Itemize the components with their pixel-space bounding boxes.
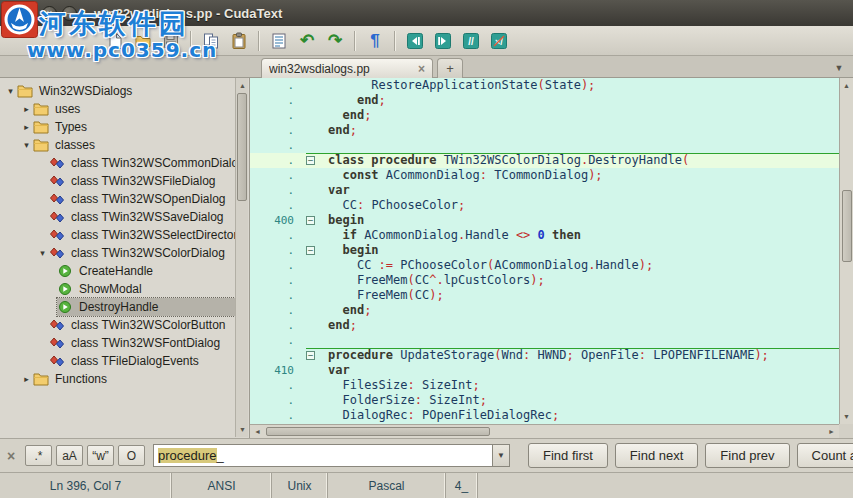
open-file-button[interactable] bbox=[130, 29, 156, 53]
tree-expander-open-icon[interactable]: ▾ bbox=[4, 86, 17, 96]
new-file-button[interactable] bbox=[102, 29, 128, 53]
tree-item[interactable]: class TFileDialogEvents bbox=[0, 352, 249, 370]
close-button[interactable]: × bbox=[42, 6, 57, 21]
tree-item[interactable]: class TWin32WSSelectDirectoryDialog bbox=[0, 226, 249, 244]
new-tab-button[interactable]: + bbox=[437, 58, 463, 78]
search-input[interactable]: procedure _ bbox=[153, 444, 493, 467]
tree-expander-open-icon[interactable]: ▾ bbox=[20, 140, 33, 150]
code-line[interactable]: . if ACommonDialog.Handle <> 0 then bbox=[250, 228, 839, 243]
tree-item[interactable]: class TWin32WSFileDialog bbox=[0, 172, 249, 190]
find-first-button[interactable]: Find first bbox=[528, 443, 608, 468]
tree-expander-closed-icon[interactable]: ▸ bbox=[20, 122, 33, 132]
fold-toggle-icon[interactable]: − bbox=[306, 246, 315, 255]
tree-item[interactable]: DestroyHandle bbox=[0, 298, 249, 316]
editor[interactable]: . RestoreApplicationState(State);. end;.… bbox=[250, 78, 853, 438]
search-history-dropdown-icon[interactable]: ▼ bbox=[493, 444, 510, 467]
tab-close-icon[interactable]: × bbox=[418, 62, 425, 76]
tree-item[interactable]: ▾classes bbox=[0, 136, 249, 154]
search-close-icon[interactable]: × bbox=[7, 448, 25, 464]
code-line[interactable]: . FreeMem(CC^.lpCustColors); bbox=[250, 273, 839, 288]
code-line[interactable]: .var bbox=[250, 183, 839, 198]
save-file-button[interactable] bbox=[158, 29, 184, 53]
code-token: ); bbox=[581, 78, 595, 92]
tree-scroll-down-icon[interactable]: ▼ bbox=[236, 423, 249, 436]
comment-lines-button[interactable]: // bbox=[458, 29, 484, 53]
tab-active[interactable]: win32wsdialogs.pp × bbox=[261, 58, 433, 78]
indent-button[interactable] bbox=[430, 29, 456, 53]
whole-word-toggle[interactable]: “w” bbox=[87, 445, 114, 466]
minimize-button[interactable]: − bbox=[62, 6, 77, 21]
tree-expander-closed-icon[interactable]: ▸ bbox=[20, 374, 33, 384]
editor-vscrollbar-thumb[interactable] bbox=[842, 190, 852, 262]
editor-vscrollbar[interactable]: ▲ ▼ bbox=[839, 78, 853, 424]
code-line[interactable]: . CC: PChooseColor; bbox=[250, 198, 839, 213]
tree-scrollbar[interactable]: ▲ ▼ bbox=[235, 78, 248, 437]
code-line[interactable]: .end; bbox=[250, 318, 839, 333]
editor-scroll-right-icon[interactable]: ► bbox=[825, 425, 838, 438]
tree-item[interactable]: ▸Types bbox=[0, 118, 249, 136]
fold-toggle-icon[interactable]: − bbox=[306, 351, 315, 360]
count-all-button[interactable]: Count all bbox=[797, 443, 853, 468]
unindent-button[interactable] bbox=[402, 29, 428, 53]
wrap-toggle[interactable]: O bbox=[118, 445, 145, 466]
regex-toggle[interactable]: .* bbox=[25, 445, 52, 466]
tree-item[interactable]: ▸uses bbox=[0, 100, 249, 118]
undo-button[interactable]: ↶ bbox=[294, 29, 320, 53]
code-line[interactable]: 410var bbox=[250, 363, 839, 378]
redo-button[interactable]: ↷ bbox=[322, 29, 348, 53]
tree-item[interactable]: ▾class TWin32WSColorDialog bbox=[0, 244, 249, 262]
tree-item[interactable]: class TWin32WSFontDialog bbox=[0, 334, 249, 352]
code-line[interactable]: . end; bbox=[250, 303, 839, 318]
code-line[interactable]: . bbox=[250, 333, 839, 348]
tree-item[interactable]: class TWin32WSCommonDialog bbox=[0, 154, 249, 172]
case-sensitive-toggle[interactable]: aA bbox=[56, 445, 83, 466]
copy-button[interactable] bbox=[198, 29, 224, 53]
editor-hscrollbar[interactable]: ◄ ► bbox=[250, 424, 839, 438]
tree-item[interactable]: ▾Win32WSDialogs bbox=[0, 82, 249, 100]
fold-toggle-icon[interactable]: − bbox=[306, 216, 315, 225]
code-line[interactable]: . const ACommonDialog: TCommonDialog); bbox=[250, 168, 839, 183]
editor-hscrollbar-thumb[interactable] bbox=[266, 427, 490, 436]
editor-scroll-left-icon[interactable]: ◄ bbox=[251, 425, 264, 438]
show-nonprinted-button[interactable]: ¶ bbox=[362, 29, 388, 53]
code-line[interactable]: . FreeMem(CC); bbox=[250, 288, 839, 303]
code-token: ACommonDialog bbox=[386, 168, 480, 182]
editor-scroll-up-icon[interactable]: ▲ bbox=[840, 79, 853, 92]
tree-item[interactable]: class TWin32WSColorButton bbox=[0, 316, 249, 334]
code-line[interactable]: .−procedure UpdateStorage(Wnd: HWND; Ope… bbox=[250, 348, 839, 363]
code-line[interactable]: . RestoreApplicationState(State); bbox=[250, 78, 839, 93]
uncomment-lines-button[interactable]: ×/ bbox=[486, 29, 512, 53]
code-line-current[interactable]: .−class procedure TWin32WSColorDialog.De… bbox=[250, 153, 839, 168]
code-line[interactable]: . end; bbox=[250, 93, 839, 108]
tree-item[interactable]: ShowModal bbox=[0, 280, 249, 298]
code-token: SizeInt bbox=[429, 393, 480, 407]
fold-toggle-icon[interactable]: − bbox=[306, 156, 315, 165]
paste-button[interactable] bbox=[226, 29, 252, 53]
tree-scrollbar-thumb[interactable] bbox=[237, 93, 247, 201]
code-line[interactable]: . bbox=[250, 138, 839, 153]
code-line[interactable]: .end; bbox=[250, 123, 839, 138]
find-next-button[interactable]: Find next bbox=[615, 443, 698, 468]
title-bar[interactable]: × − win32wsdialogs.pp - CudaText bbox=[0, 0, 853, 26]
code-line[interactable]: 400−begin bbox=[250, 213, 839, 228]
code-token: ; bbox=[350, 123, 357, 137]
tree-expander-closed-icon[interactable]: ▸ bbox=[20, 104, 33, 114]
tree-item[interactable]: CreateHandle bbox=[0, 262, 249, 280]
tree-item[interactable]: ▸Functions bbox=[0, 370, 249, 388]
editor-scroll-down-icon[interactable]: ▼ bbox=[840, 410, 853, 423]
code-line[interactable]: . FolderSize: SizeInt; bbox=[250, 393, 839, 408]
code-line[interactable]: . DialogRec: POpenFileDialogRec; bbox=[250, 408, 839, 423]
tree-expander-open-icon[interactable]: ▾ bbox=[36, 248, 49, 258]
tree-item-label: DestroyHandle bbox=[76, 300, 161, 314]
code-line[interactable]: . FilesSize: SizeInt; bbox=[250, 378, 839, 393]
tree-scroll-up-icon[interactable]: ▲ bbox=[236, 79, 249, 92]
select-all-button[interactable] bbox=[266, 29, 292, 53]
search-bar: × .*aA“w”O procedure _ ▼ Find firstFind … bbox=[0, 438, 853, 472]
code-line[interactable]: . CC := PChooseColor(ACommonDialog.Handl… bbox=[250, 258, 839, 273]
tree-item[interactable]: class TWin32WSSaveDialog bbox=[0, 208, 249, 226]
find-prev-button[interactable]: Find prev bbox=[705, 443, 789, 468]
tab-list-dropdown-icon[interactable]: ▼ bbox=[830, 60, 848, 76]
code-line[interactable]: . end; bbox=[250, 108, 839, 123]
tree-item[interactable]: class TWin32WSOpenDialog bbox=[0, 190, 249, 208]
code-line[interactable]: .− begin bbox=[250, 243, 839, 258]
